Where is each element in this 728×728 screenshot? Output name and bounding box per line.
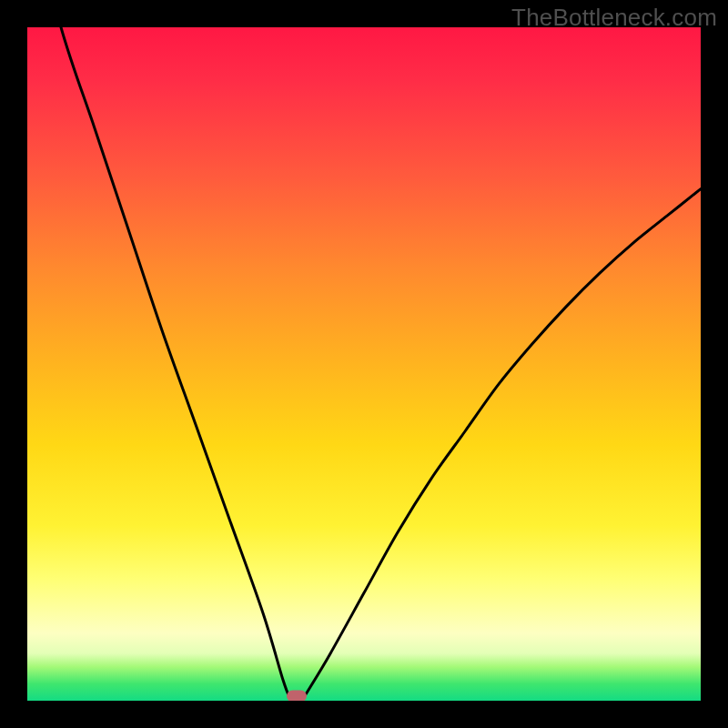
chart-frame: TheBottleneck.com: [0, 0, 728, 728]
plot-area: [27, 27, 701, 701]
bottleneck-curve: [27, 27, 701, 701]
watermark-text: TheBottleneck.com: [511, 4, 717, 32]
optimal-marker: [287, 691, 307, 702]
